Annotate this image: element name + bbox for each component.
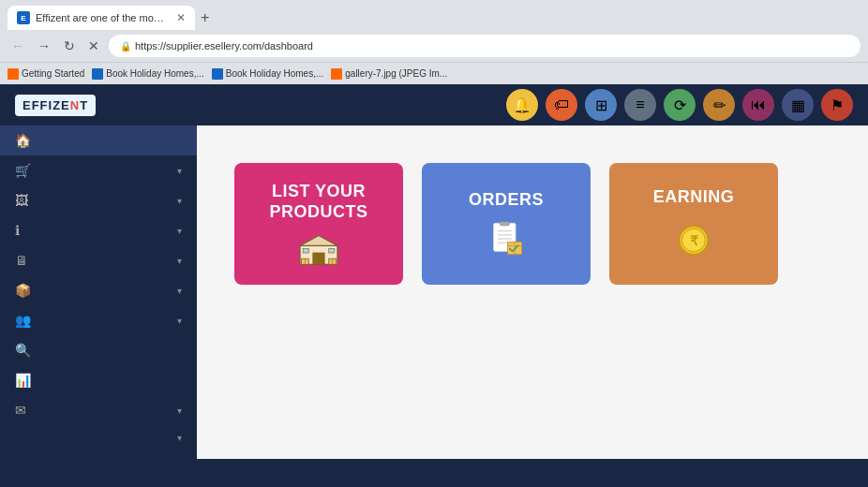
bell-icon-button[interactable]: 🔔 <box>506 89 538 121</box>
info-icon: ℹ <box>15 223 20 238</box>
bookmark-icon-4 <box>331 68 342 80</box>
active-tab[interactable]: E Effizent are one of the most tr... ✕ <box>7 6 195 30</box>
logo-text: EFFIZENT <box>22 98 88 112</box>
sidebar-item-more[interactable]: ▾ <box>0 425 197 450</box>
flag-icon-button[interactable]: ⚑ <box>821 89 853 121</box>
sidebar-item-home[interactable]: 🏠 <box>0 125 197 155</box>
back-button[interactable]: ← <box>7 37 28 55</box>
bookmark-icon-3 <box>212 68 223 80</box>
monitor-icon: 🖥 <box>15 253 28 268</box>
box-chevron: ▾ <box>177 286 182 296</box>
svg-rect-5 <box>329 249 335 254</box>
content-area: LIST YOUR PRODUCTS <box>197 125 868 459</box>
users-chevron: ▾ <box>177 316 182 326</box>
bars-icon-button[interactable]: ▦ <box>782 89 814 121</box>
app-wrapper: EFFIZENT 🔔 🏷 ⊞ ≡ ⟳ ✏ ⏮ ▦ ⚑ 🏠 🛒 <box>0 84 868 487</box>
address-bar: ← → ↻ ✕ 🔒 https://supplier.esellery.com/… <box>0 30 868 62</box>
forward-button[interactable]: → <box>34 37 54 55</box>
bookmark-icon-1 <box>7 68 19 80</box>
sidebar-item-monitor[interactable]: 🖥 ▾ <box>0 245 197 275</box>
sidebar-item-shop[interactable]: 🛒 ▾ <box>0 155 197 185</box>
grid-icon-button[interactable]: ⊞ <box>585 89 617 121</box>
sidebar-item-search[interactable]: 🔍 <box>0 335 197 365</box>
card-earning[interactable]: EARNING ₹ <box>609 163 778 285</box>
image-icon: 🖼 <box>15 193 28 208</box>
bookmark-label-3: Book Holiday Homes,... <box>226 68 324 79</box>
bottom-bar <box>0 459 868 487</box>
sidebar-item-chart[interactable]: 📊 <box>0 365 197 395</box>
earning-title: EARNING <box>653 187 735 208</box>
reload-button[interactable]: ↻ <box>60 37 79 55</box>
svg-rect-4 <box>303 249 308 254</box>
tab-close-button[interactable]: ✕ <box>176 11 186 24</box>
skip-icon-button[interactable]: ⏮ <box>742 89 774 121</box>
logo-box: EFFIZENT <box>15 95 96 116</box>
sidebar-item-users[interactable]: 👥 ▾ <box>0 305 197 335</box>
main-layout: 🏠 🛒 ▾ 🖼 ▾ ℹ ▾ <box>0 125 868 459</box>
sidebar-item-box[interactable]: 📦 ▾ <box>0 275 197 305</box>
tab-favicon: E <box>17 11 30 24</box>
sidebar-item-mail[interactable]: ✉ ▾ <box>0 395 197 425</box>
tab-bar: E Effizent are one of the most tr... ✕ + <box>0 0 868 30</box>
bookmark-holiday-2[interactable]: Book Holiday Homes,... <box>212 68 324 80</box>
browser-chrome: E Effizent are one of the most tr... ✕ +… <box>0 0 868 84</box>
coin-icon: ₹ <box>672 217 715 260</box>
card-orders[interactable]: ORDERS <box>422 163 591 285</box>
nav-icons: 🔔 🏷 ⊞ ≡ ⟳ ✏ ⏮ ▦ ⚑ <box>506 89 853 121</box>
edit-icon-button[interactable]: ✏ <box>703 89 735 121</box>
tab-title: Effizent are one of the most tr... <box>36 12 167 23</box>
sidebar-item-image[interactable]: 🖼 ▾ <box>0 185 197 215</box>
dashboard-cards: LIST YOUR PRODUCTS <box>234 163 831 285</box>
svg-text:₹: ₹ <box>690 234 698 248</box>
more-chevron: ▾ <box>177 433 182 443</box>
bookmark-icon-2 <box>92 68 103 80</box>
sync-icon-button[interactable]: ⟳ <box>664 89 696 121</box>
chart-icon: 📊 <box>15 373 31 388</box>
new-tab-button[interactable]: + <box>195 9 215 26</box>
home-icon: 🏠 <box>15 133 31 148</box>
bookmark-label-4: gallery-7.jpg (JPEG Im... <box>345 68 447 79</box>
warehouse-icon <box>295 231 342 266</box>
monitor-chevron: ▾ <box>177 256 182 266</box>
top-nav: EFFIZENT 🔔 🏷 ⊞ ≡ ⟳ ✏ ⏮ ▦ ⚑ <box>0 84 868 125</box>
menu-icon-button[interactable]: ≡ <box>624 89 656 121</box>
orders-icon <box>483 220 530 258</box>
orders-title: ORDERS <box>469 190 544 211</box>
image-chevron: ▾ <box>177 196 182 206</box>
users-icon: 👥 <box>15 313 31 328</box>
address-text: https://supplier.esellery.com/dashboard <box>135 40 313 52</box>
bookmark-getting-started[interactable]: Getting Started <box>7 68 84 80</box>
bookmark-gallery[interactable]: gallery-7.jpg (JPEG Im... <box>331 68 447 80</box>
svg-rect-11 <box>500 221 509 225</box>
tag-icon-button[interactable]: 🏷 <box>546 89 577 121</box>
sidebar: 🏠 🛒 ▾ 🖼 ▾ ℹ ▾ <box>0 125 197 459</box>
search-icon: 🔍 <box>15 343 31 358</box>
sidebar-item-info[interactable]: ℹ ▾ <box>0 215 197 245</box>
list-products-title: LIST YOUR PRODUCTS <box>253 182 384 222</box>
bookmark-label-1: Getting Started <box>22 68 84 79</box>
bookmarks-bar: Getting Started Book Holiday Homes,... B… <box>0 62 868 84</box>
mail-chevron: ▾ <box>177 406 182 416</box>
lock-icon: 🔒 <box>120 41 131 52</box>
shop-chevron: ▾ <box>177 166 182 176</box>
shop-icon: 🛒 <box>15 163 31 178</box>
svg-marker-1 <box>300 236 337 246</box>
address-input[interactable]: 🔒 https://supplier.esellery.com/dashboar… <box>109 35 861 57</box>
bookmark-label-2: Book Holiday Homes,... <box>106 68 204 79</box>
bookmark-holiday-1[interactable]: Book Holiday Homes,... <box>92 68 204 80</box>
mail-icon: ✉ <box>15 403 26 418</box>
card-list-products[interactable]: LIST YOUR PRODUCTS <box>234 163 403 285</box>
logo: EFFIZENT <box>15 95 96 116</box>
info-chevron: ▾ <box>177 226 182 236</box>
box-icon: 📦 <box>15 283 31 298</box>
stop-button[interactable]: ✕ <box>84 37 103 55</box>
